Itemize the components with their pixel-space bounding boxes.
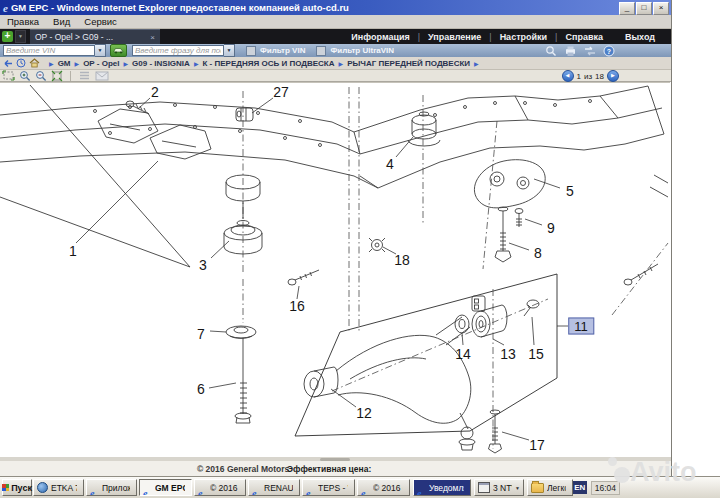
taskbar-button-icon	[478, 482, 490, 493]
car-icon	[113, 47, 124, 54]
back-icon[interactable]	[3, 59, 13, 68]
breadcrumb-item[interactable]: ▶ К - ПЕРЕДНЯЯ ОСЬ И ПОДВЕСКА	[190, 59, 335, 68]
search-input[interactable]	[132, 45, 224, 56]
filter-option[interactable]: Фильтр VIN	[246, 46, 305, 56]
tab-close-icon[interactable]: ×	[150, 33, 155, 42]
mail-icon[interactable]	[95, 71, 109, 81]
breadcrumb-arrow-icon: ▶	[49, 60, 54, 67]
taskbar-button[interactable]: Уведомляющ...	[413, 479, 471, 496]
taskbar: Пуск ETKA 7 - Skoda Приложение ... GM EP…	[0, 476, 720, 498]
taskbar-button[interactable]: TEPS - WPC - ...	[302, 479, 355, 496]
taskbar-button[interactable]: RENAULTPART...	[248, 479, 300, 496]
page-of-label: из	[584, 72, 592, 81]
search-icon[interactable]	[545, 45, 557, 57]
taskbar-button[interactable]: © 2016 Gener...	[194, 479, 246, 496]
select-region-icon[interactable]	[2, 70, 15, 81]
fit-to-screen-icon[interactable]	[51, 70, 63, 82]
app-menu-item[interactable]: Справка	[547, 32, 603, 42]
filter-label: Фильтр VIN	[260, 46, 305, 55]
app-menu-item[interactable]: Информация	[351, 32, 409, 42]
close-button[interactable]: ×	[653, 2, 669, 15]
part-callout[interactable]: 9	[547, 220, 555, 236]
car-search-button[interactable]	[110, 44, 127, 57]
language-indicator[interactable]: EN	[573, 481, 587, 494]
page-navigator: ◀ 1 из 18 ▶	[562, 70, 620, 82]
part-callout[interactable]: 5	[566, 183, 574, 199]
taskbar-clock[interactable]: 16:04	[591, 481, 620, 495]
search-dropdown-icon[interactable]: ▼	[224, 44, 235, 57]
tab-list-dropdown[interactable]: ▼	[15, 30, 26, 43]
effective-price-label: Эффективная цена:	[287, 464, 371, 474]
prev-page-button[interactable]: ◀	[562, 70, 574, 82]
taskbar-button-icon	[361, 483, 370, 493]
taskbar-button-icon	[37, 482, 48, 493]
app-toolbar: + ▼ OP - Opel > G09 - ... × ИнформацияУп…	[0, 29, 671, 44]
next-page-button[interactable]: ▶	[607, 70, 619, 82]
taskbar-button-icon	[531, 483, 544, 493]
zoom-out-icon[interactable]	[35, 70, 47, 82]
home-icon[interactable]	[29, 58, 40, 68]
part-callout[interactable]: 14	[455, 346, 471, 362]
exit-button[interactable]: Выход	[625, 32, 655, 42]
help-icon[interactable]: ?	[603, 45, 615, 57]
taskbar-button-icon	[306, 483, 315, 493]
minimize-button[interactable]: _	[619, 2, 635, 15]
menu-item[interactable]: Сервис	[77, 16, 124, 27]
part-callout[interactable]: 18	[394, 252, 410, 268]
breadcrumb-item[interactable]: ▶ GM	[45, 59, 71, 68]
vin-input[interactable]	[3, 45, 95, 56]
part-callout[interactable]: 1	[69, 243, 77, 259]
breadcrumb-item[interactable]: ▶ РЫЧАГ ПЕРЕДНЕЙ ПОДВЕСКИ	[335, 59, 471, 68]
part-callout[interactable]: 11	[568, 318, 594, 335]
taskbar-button[interactable]: 3 NTVDM.EXE ▼	[474, 479, 524, 496]
menu-item[interactable]: Вид	[46, 16, 77, 27]
part-callout[interactable]: 27	[273, 84, 289, 100]
parts-list-icon[interactable]	[78, 70, 91, 81]
copyright-text: © 2016 General Motors	[197, 464, 289, 474]
breadcrumb-item[interactable]: ▶ G09 - INSIGNIA	[119, 59, 189, 68]
window-title: GM EPC - Windows Internet Explorer предо…	[11, 2, 349, 13]
start-button[interactable]: Пуск	[2, 479, 32, 496]
breadcrumb: ▶ GM ▶ OP - Opel ▶ G09 - INSIGNIA ▶ К - …	[0, 57, 671, 70]
breadcrumb-arrow-icon: ▶	[75, 60, 80, 67]
part-callout[interactable]: 16	[289, 298, 305, 314]
history-icon[interactable]	[16, 58, 26, 68]
part-callout[interactable]: 3	[199, 257, 207, 273]
checkbox[interactable]	[246, 46, 256, 56]
print-icon[interactable]	[564, 45, 577, 57]
toolbar-separator	[70, 71, 71, 81]
part-callout[interactable]: 4	[386, 156, 394, 172]
title-bar[interactable]: e GM EPC - Windows Internet Explorer пре…	[0, 0, 671, 15]
part-callout[interactable]: 6	[197, 381, 205, 397]
part-callout[interactable]: 8	[534, 245, 542, 261]
zoom-in-icon[interactable]	[19, 70, 31, 82]
taskbar-button[interactable]: © 2016 Gener...	[357, 479, 410, 496]
footer-panel: © 2016 General Motors Эффективная цена:	[0, 461, 671, 476]
breadcrumb-arrow-icon: ▶	[194, 60, 199, 67]
breadcrumb-item[interactable]: ▶ OP - Opel	[71, 59, 120, 68]
part-callout[interactable]: 12	[356, 405, 372, 421]
taskbar-button[interactable]: Легковые	[527, 479, 573, 496]
menu-item[interactable]: Правка	[0, 16, 46, 27]
app-menu-item[interactable]: Настройки	[481, 32, 547, 42]
vin-dropdown-icon[interactable]: ▼	[95, 44, 106, 57]
taskbar-button-icon	[198, 483, 207, 493]
part-callout[interactable]: 15	[528, 346, 544, 362]
taskbar-button[interactable]: Приложение ...	[86, 479, 137, 496]
search-toolbar: ▼ ▼ Фильтр VIN Фильтр UltraVIN	[0, 44, 671, 57]
transfer-icon[interactable]	[584, 45, 596, 57]
filter-option[interactable]: Фильтр UltraVIN	[316, 46, 394, 56]
new-tab-button[interactable]: +	[2, 31, 13, 42]
taskbar-button[interactable]: GM EPC - Wi...	[139, 479, 192, 496]
part-callout[interactable]: 2	[151, 84, 159, 100]
catalog-tab[interactable]: OP - Opel > G09 - ... ×	[30, 29, 160, 44]
parts-diagram[interactable]: 122734598181676121413151117	[0, 82, 670, 457]
maximize-button[interactable]: □	[636, 2, 652, 15]
app-menu-item[interactable]: Управление	[410, 32, 482, 42]
filter-label: Фильтр UltraVIN	[330, 46, 394, 55]
part-callout[interactable]: 17	[529, 437, 545, 453]
part-callout[interactable]: 7	[197, 326, 205, 342]
checkbox[interactable]	[316, 46, 326, 56]
taskbar-button[interactable]: ETKA 7 - Skoda	[33, 479, 84, 496]
part-callout[interactable]: 13	[500, 346, 516, 362]
